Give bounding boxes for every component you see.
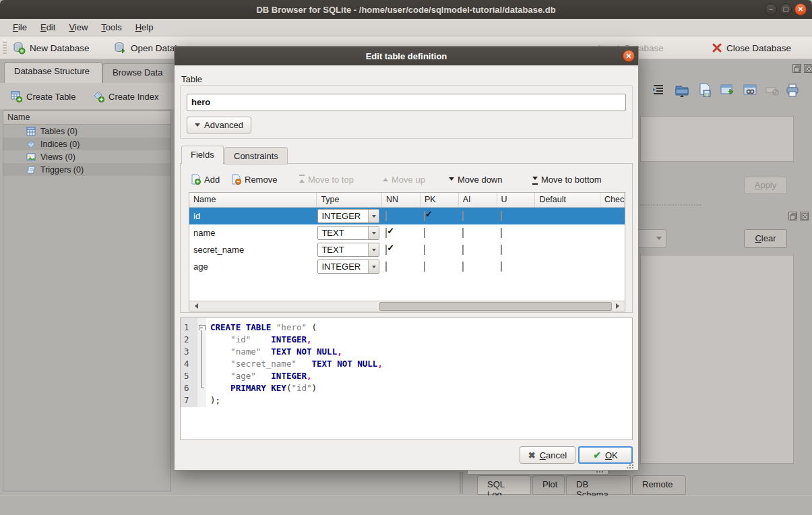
scrollbar-thumb[interactable] xyxy=(379,302,612,311)
checkbox-nn[interactable] xyxy=(385,228,387,238)
move-to-bottom-button[interactable]: Move to bottom xyxy=(532,172,602,187)
apply-cell-icon[interactable] xyxy=(720,82,736,98)
checkbox-nn[interactable] xyxy=(385,262,387,272)
indices-icon xyxy=(26,140,36,149)
tab-constraints[interactable]: Constraints xyxy=(224,147,288,164)
column-header-check[interactable]: Check xyxy=(600,193,625,207)
menu-tools[interactable]: Tools xyxy=(95,20,127,34)
combo-arrow-icon[interactable] xyxy=(368,260,379,273)
dock2-buttons xyxy=(788,212,809,220)
menu-edit[interactable]: Edit xyxy=(34,20,61,34)
sql-log-textarea[interactable] xyxy=(640,255,794,464)
dock-splitter[interactable] xyxy=(460,472,463,494)
column-header-pk[interactable]: PK xyxy=(420,193,459,207)
close-button[interactable]: ✕ xyxy=(794,3,807,16)
tree-item-triggers[interactable]: Triggers (0) xyxy=(3,163,170,176)
column-header-u[interactable]: U xyxy=(497,193,536,207)
move-up-button[interactable]: Move up xyxy=(383,172,425,187)
create-index-button[interactable]: Create Index xyxy=(93,88,158,104)
ok-button[interactable]: ✔ OK xyxy=(578,446,633,464)
checkbox-ai[interactable] xyxy=(462,262,464,272)
tree-header-name[interactable]: Name xyxy=(3,111,170,125)
import-cell-icon[interactable] xyxy=(674,82,690,98)
field-row-secret-name[interactable]: secret_name TEXT xyxy=(189,241,625,258)
tree-item-tables[interactable]: Tables (0) xyxy=(3,125,170,138)
tab-plot[interactable]: Plot xyxy=(532,475,565,495)
print-icon[interactable] xyxy=(784,82,801,98)
checkbox-ai[interactable] xyxy=(462,245,464,255)
checkbox-u[interactable] xyxy=(501,245,502,255)
table-name-input[interactable]: hero xyxy=(187,94,626,111)
export-cell-icon[interactable] xyxy=(697,82,713,98)
minimize-button[interactable]: – xyxy=(765,3,777,16)
field-row-age[interactable]: age INTEGER xyxy=(189,258,625,275)
horizontal-scrollbar[interactable] xyxy=(189,301,625,311)
maximize-button[interactable]: ▢ xyxy=(780,3,792,16)
add-icon xyxy=(190,174,201,185)
move-down-button[interactable]: Move down xyxy=(449,172,502,187)
checkbox-u[interactable] xyxy=(501,262,502,272)
new-database-button[interactable]: New Database xyxy=(12,39,90,57)
dialog-size-grip[interactable] xyxy=(626,461,634,469)
dock-close-icon[interactable] xyxy=(800,212,809,220)
dialog-close-button[interactable]: ✕ xyxy=(623,50,635,62)
create-table-icon xyxy=(11,91,22,102)
scroll-right-icon[interactable] xyxy=(616,303,622,309)
checkbox-pk[interactable] xyxy=(424,262,425,272)
column-header-ai[interactable]: AI xyxy=(459,193,497,207)
create-table-button[interactable]: Create Table xyxy=(11,88,75,104)
add-field-button[interactable]: Add xyxy=(190,172,220,187)
sql-preview-editor[interactable]: 1CREATE TABLE "hero" (2 "id" INTEGER,3 "… xyxy=(180,317,633,440)
tab-fields[interactable]: Fields xyxy=(181,146,224,164)
combo-arrow-icon[interactable] xyxy=(368,243,379,256)
field-row-name[interactable]: name TEXT xyxy=(189,224,625,241)
checkbox-nn[interactable] xyxy=(385,245,387,255)
checkbox-ai[interactable] xyxy=(462,211,464,221)
type-combo[interactable]: TEXT xyxy=(317,226,379,240)
edit-cell-textarea[interactable] xyxy=(640,116,794,162)
tree-item-indices[interactable]: Indices (0) xyxy=(3,138,170,150)
dock-float-icon[interactable] xyxy=(788,212,797,220)
close-database-button[interactable]: Close Database xyxy=(712,39,791,57)
type-combo[interactable]: TEXT xyxy=(317,243,379,257)
checkbox-u[interactable] xyxy=(501,228,502,238)
remove-field-button[interactable]: Remove xyxy=(230,172,277,187)
toolbar-drag-handle[interactable] xyxy=(3,42,7,54)
column-header-nn[interactable]: NN xyxy=(382,193,420,207)
column-header-name[interactable]: Name xyxy=(189,193,317,207)
checkbox-u[interactable] xyxy=(501,211,502,221)
clear-button[interactable]: Clear xyxy=(744,229,787,248)
column-header-type[interactable]: Type xyxy=(317,193,382,207)
tree-item-views[interactable]: Views (0) xyxy=(3,150,170,163)
tab-sql-log[interactable]: SQL Log xyxy=(477,475,531,495)
set-null-icon[interactable] xyxy=(764,82,780,98)
checkbox-pk[interactable] xyxy=(424,211,425,221)
advanced-button[interactable]: Advanced xyxy=(187,117,251,133)
move-to-top-button[interactable]: Move to top xyxy=(299,172,354,187)
combo-arrow-icon[interactable] xyxy=(368,210,379,222)
menu-file[interactable]: File xyxy=(7,20,33,34)
scroll-left-icon[interactable] xyxy=(192,303,198,309)
column-header-default[interactable]: Default xyxy=(535,193,600,207)
cancel-button[interactable]: ✖ Cancel xyxy=(520,446,575,464)
combo-arrow-icon[interactable] xyxy=(368,226,379,239)
link-cell-icon[interactable] xyxy=(743,82,759,98)
dock-close-icon[interactable] xyxy=(804,64,812,73)
apply-button[interactable]: Apply xyxy=(744,177,787,194)
tab-database-structure[interactable]: Database Structure xyxy=(4,62,102,83)
type-combo[interactable]: INTEGER xyxy=(317,209,379,223)
checkbox-pk[interactable] xyxy=(424,245,425,255)
tab-db-schema[interactable]: DB Schema xyxy=(566,475,631,495)
tab-remote[interactable]: Remote xyxy=(632,475,686,495)
menu-help[interactable]: Help xyxy=(129,20,160,34)
checkbox-ai[interactable] xyxy=(462,228,464,238)
checkbox-pk[interactable] xyxy=(424,228,425,238)
dock-float-icon[interactable] xyxy=(792,64,801,73)
type-combo[interactable]: INTEGER xyxy=(317,260,379,274)
mode-switch-icon[interactable] xyxy=(651,82,667,98)
field-row-id[interactable]: id INTEGER xyxy=(189,208,625,224)
tab-browse-data[interactable]: Browse Data xyxy=(102,63,181,83)
window-titlebar: DB Browser for SQLite - /home/user/code/… xyxy=(0,0,812,19)
menu-view[interactable]: View xyxy=(63,20,94,34)
checkbox-nn[interactable] xyxy=(385,211,387,221)
